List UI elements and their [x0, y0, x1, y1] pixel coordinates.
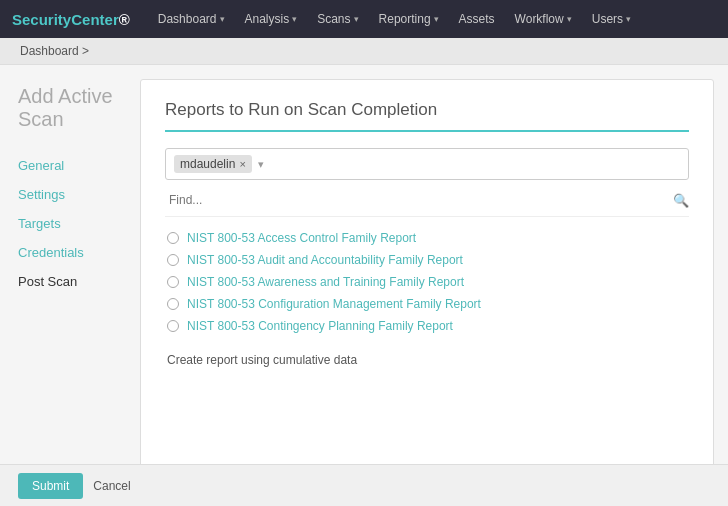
cancel-button[interactable]: Cancel [93, 479, 130, 493]
page-container: Add Active Scan General Settings Targets… [0, 65, 728, 505]
sidebar-item-general[interactable]: General [18, 151, 140, 180]
nav-reporting[interactable]: Reporting ▾ [369, 0, 449, 38]
sidebar: Add Active Scan General Settings Targets… [0, 65, 140, 505]
top-nav: SecurityCenter® Dashboard ▾ Analysis ▾ S… [0, 0, 728, 38]
chevron-down-icon: ▾ [626, 14, 631, 24]
nav-users[interactable]: Users ▾ [582, 0, 641, 38]
sidebar-item-postscan[interactable]: Post Scan [18, 267, 140, 296]
breadcrumb: Dashboard > [0, 38, 728, 65]
radio-icon[interactable] [167, 276, 179, 288]
report-label: NIST 800-53 Awareness and Training Famil… [187, 275, 464, 289]
report-label: NIST 800-53 Contingency Planning Family … [187, 319, 453, 333]
token-remove-icon[interactable]: × [239, 158, 245, 170]
page-title: Add Active Scan [18, 85, 140, 131]
list-item[interactable]: NIST 800-53 Contingency Planning Family … [165, 315, 689, 337]
chevron-down-icon: ▾ [434, 14, 439, 24]
submit-button[interactable]: Submit [18, 473, 83, 499]
chevron-down-icon: ▾ [354, 14, 359, 24]
radio-icon[interactable] [167, 232, 179, 244]
brand-name-part2: Center [71, 11, 119, 28]
brand-logo: SecurityCenter® [12, 11, 130, 28]
token-label: mdaudelin [180, 157, 235, 171]
brand-name-part1: Security [12, 11, 71, 28]
nav-assets[interactable]: Assets [449, 0, 505, 38]
section-title: Reports to Run on Scan Completion [165, 100, 689, 132]
main-content: Reports to Run on Scan Completion mdaude… [140, 79, 714, 491]
report-list: NIST 800-53 Access Control Family Report… [165, 223, 689, 341]
list-item[interactable]: NIST 800-53 Access Control Family Report [165, 227, 689, 249]
report-label: NIST 800-53 Audit and Accountability Fam… [187, 253, 463, 267]
token-dropdown-icon[interactable]: ▾ [258, 158, 264, 171]
nav-scans[interactable]: Scans ▾ [307, 0, 368, 38]
list-item[interactable]: NIST 800-53 Configuration Management Fam… [165, 293, 689, 315]
nav-analysis[interactable]: Analysis ▾ [235, 0, 308, 38]
sidebar-item-targets[interactable]: Targets [18, 209, 140, 238]
list-item[interactable]: NIST 800-53 Awareness and Training Famil… [165, 271, 689, 293]
sidebar-item-credentials[interactable]: Credentials [18, 238, 140, 267]
sidebar-item-settings[interactable]: Settings [18, 180, 140, 209]
nav-dashboard[interactable]: Dashboard ▾ [148, 0, 235, 38]
list-item[interactable]: NIST 800-53 Audit and Accountability Fam… [165, 249, 689, 271]
radio-icon[interactable] [167, 320, 179, 332]
search-row: 🔍 [165, 190, 689, 217]
chevron-down-icon: ▾ [567, 14, 572, 24]
search-icon: 🔍 [673, 193, 689, 208]
bottom-bar: Submit Cancel [0, 464, 728, 506]
chevron-down-icon: ▾ [220, 14, 225, 24]
radio-icon[interactable] [167, 298, 179, 310]
chevron-down-icon: ▾ [292, 14, 297, 24]
report-selector-input[interactable]: mdaudelin × ▾ [165, 148, 689, 180]
report-label: NIST 800-53 Access Control Family Report [187, 231, 416, 245]
report-label: NIST 800-53 Configuration Management Fam… [187, 297, 481, 311]
search-input[interactable] [165, 190, 673, 210]
cumulative-label: Create report using cumulative data [165, 353, 689, 367]
nav-workflow[interactable]: Workflow ▾ [505, 0, 582, 38]
selected-token[interactable]: mdaudelin × [174, 155, 252, 173]
radio-icon[interactable] [167, 254, 179, 266]
